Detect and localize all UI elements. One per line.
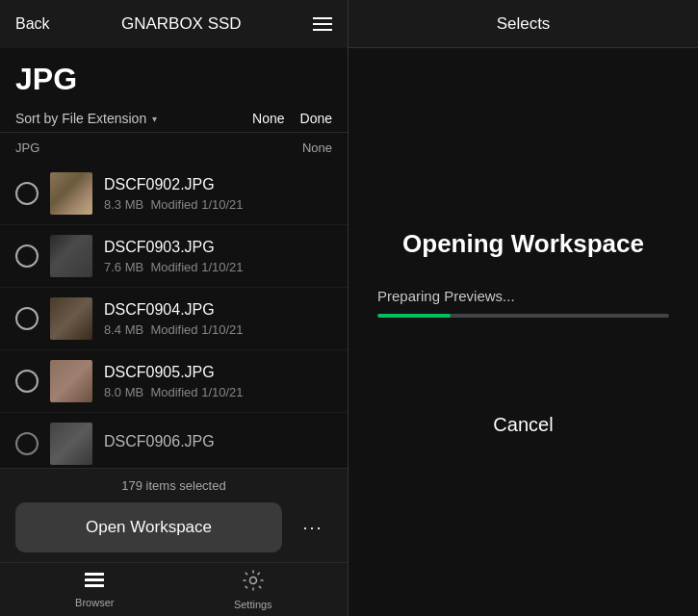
sidebar-item-settings[interactable]: Settings	[174, 570, 333, 610]
file-meta: 8.0 MB Modified 1/10/21	[104, 385, 332, 399]
file-name: DSCF0902.JPG	[104, 176, 332, 193]
file-thumbnail	[50, 360, 92, 402]
file-info: DSCF0904.JPG 8.4 MB Modified 1/10/21	[104, 301, 332, 337]
file-thumbnail	[50, 297, 92, 340]
progress-label: Preparing Previews...	[377, 288, 669, 304]
sort-by-button[interactable]: Sort by File Extension ▾	[15, 111, 157, 126]
file-thumbnail	[50, 423, 92, 465]
file-name: DSCF0904.JPG	[104, 301, 332, 319]
back-button[interactable]: Back	[15, 15, 50, 33]
sort-label-text: Sort by File Extension	[15, 111, 146, 126]
select-radio[interactable]	[15, 370, 39, 393]
table-row[interactable]: DSCF0906.JPG	[0, 413, 348, 468]
file-info: DSCF0905.JPG 8.0 MB Modified 1/10/21	[104, 364, 332, 399]
done-button[interactable]: Done	[300, 111, 332, 126]
section-label: JPG	[15, 141, 39, 155]
file-info: DSCF0902.JPG 8.3 MB Modified 1/10/21	[104, 176, 332, 212]
cancel-button[interactable]: Cancel	[493, 414, 553, 436]
file-meta: 8.3 MB Modified 1/10/21	[104, 197, 332, 212]
none-button[interactable]: None	[252, 111, 284, 126]
browser-icon	[84, 572, 105, 594]
file-name: DSCF0905.JPG	[104, 364, 332, 381]
table-row[interactable]: DSCF0903.JPG 7.6 MB Modified 1/10/21	[0, 225, 348, 288]
settings-nav-label: Settings	[234, 599, 272, 610]
table-row[interactable]: DSCF0905.JPG 8.0 MB Modified 1/10/21	[0, 350, 348, 413]
right-content: Opening Workspace Preparing Previews... …	[349, 48, 698, 616]
browser-nav-label: Browser	[75, 597, 114, 608]
svg-rect-1	[85, 578, 104, 581]
section-header: JPG None	[0, 133, 348, 163]
file-info: DSCF0906.JPG	[104, 433, 332, 454]
file-thumbnail	[50, 235, 92, 277]
file-name: DSCF0903.JPG	[104, 239, 332, 256]
progress-bar-fill	[377, 314, 451, 318]
section-none-button[interactable]: None	[302, 141, 332, 155]
file-meta: 7.6 MB Modified 1/10/21	[104, 260, 332, 274]
left-panel: Back GNARBOX SSD JPG Sort by File Extens…	[0, 0, 349, 616]
chevron-down-icon: ▾	[152, 114, 157, 124]
file-name: DSCF0906.JPG	[104, 433, 332, 450]
sidebar-item-browser[interactable]: Browser	[15, 572, 174, 608]
open-workspace-button[interactable]: Open Workspace	[15, 502, 282, 552]
sort-bar: Sort by File Extension ▾ None Done	[0, 105, 348, 133]
file-thumbnail	[50, 172, 92, 215]
file-list: DSCF0902.JPG 8.3 MB Modified 1/10/21 DSC…	[0, 163, 348, 468]
svg-rect-2	[85, 584, 104, 587]
menu-icon[interactable]	[313, 17, 332, 31]
left-header-title: GNARBOX SSD	[121, 14, 242, 34]
sort-actions: None Done	[252, 111, 332, 126]
select-radio[interactable]	[15, 432, 39, 455]
more-options-button[interactable]: ···	[294, 508, 332, 547]
table-row[interactable]: DSCF0904.JPG 8.4 MB Modified 1/10/21	[0, 288, 348, 350]
more-dots-icon: ···	[302, 518, 323, 538]
progress-bar-background	[377, 314, 669, 318]
file-type-heading: JPG	[0, 48, 348, 105]
file-meta: 8.4 MB Modified 1/10/21	[104, 322, 332, 337]
opening-workspace-title: Opening Workspace	[402, 229, 644, 259]
left-header: Back GNARBOX SSD	[0, 0, 348, 48]
svg-rect-0	[85, 573, 104, 576]
right-header: Selects	[349, 0, 698, 48]
action-row: Open Workspace ···	[15, 502, 332, 552]
progress-section: Preparing Previews...	[377, 288, 669, 318]
settings-icon	[243, 570, 264, 596]
select-radio[interactable]	[15, 182, 39, 205]
right-panel: Selects Opening Workspace Preparing Prev…	[349, 0, 698, 616]
right-header-title: Selects	[497, 14, 551, 34]
file-info: DSCF0903.JPG 7.6 MB Modified 1/10/21	[104, 239, 332, 274]
select-radio[interactable]	[15, 244, 39, 268]
selected-count: 179 items selected	[15, 478, 332, 493]
select-radio[interactable]	[15, 307, 39, 330]
table-row[interactable]: DSCF0902.JPG 8.3 MB Modified 1/10/21	[0, 163, 348, 225]
bottom-bar: 179 items selected Open Workspace ···	[0, 468, 348, 562]
bottom-nav: Browser Settings	[0, 562, 348, 616]
svg-point-3	[249, 577, 256, 583]
